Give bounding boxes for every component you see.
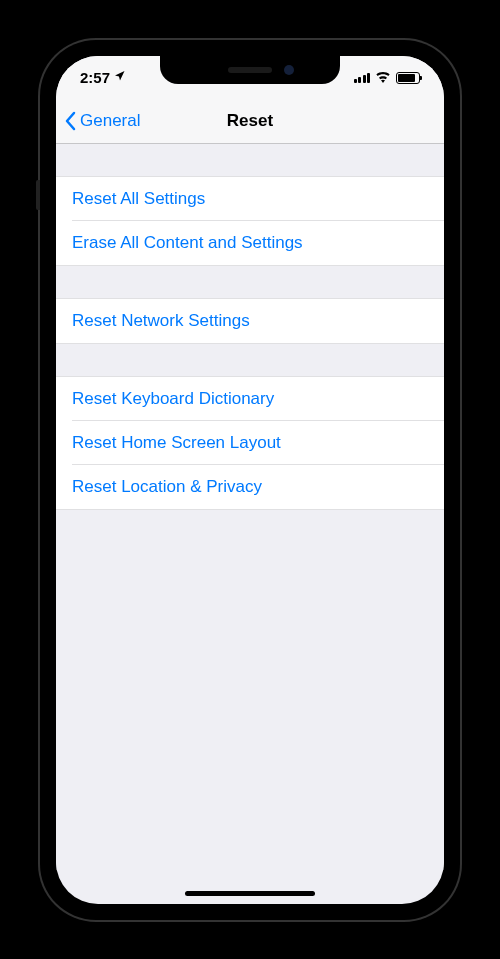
erase-all-content-button[interactable]: Erase All Content and Settings [56, 221, 444, 266]
notch [160, 56, 340, 84]
screen: 2:57 Gen [56, 56, 444, 904]
wifi-icon [375, 70, 391, 86]
status-right [354, 70, 421, 86]
chevron-left-icon [64, 111, 76, 131]
settings-group: Reset All Settings Erase All Content and… [56, 176, 444, 266]
status-left: 2:57 [80, 69, 126, 86]
cell-label: Reset Network Settings [72, 311, 250, 330]
reset-network-settings-button[interactable]: Reset Network Settings [56, 298, 444, 344]
reset-keyboard-dictionary-button[interactable]: Reset Keyboard Dictionary [56, 376, 444, 421]
content-area[interactable]: Reset All Settings Erase All Content and… [56, 144, 444, 870]
cell-label: Reset Keyboard Dictionary [72, 389, 274, 408]
cell-label: Reset Location & Privacy [72, 477, 262, 496]
reset-location-privacy-button[interactable]: Reset Location & Privacy [56, 465, 444, 510]
reset-all-settings-button[interactable]: Reset All Settings [56, 176, 444, 221]
navigation-bar: General Reset [56, 100, 444, 144]
cell-label: Erase All Content and Settings [72, 233, 303, 252]
settings-group: Reset Network Settings [56, 298, 444, 344]
speaker [228, 67, 272, 73]
cell-label: Reset Home Screen Layout [72, 433, 281, 452]
reset-home-screen-layout-button[interactable]: Reset Home Screen Layout [56, 421, 444, 465]
location-services-icon [114, 70, 126, 85]
cellular-signal-icon [354, 73, 371, 83]
front-camera [284, 65, 294, 75]
home-indicator[interactable] [185, 891, 315, 896]
battery-icon [396, 72, 420, 84]
cell-label: Reset All Settings [72, 189, 205, 208]
back-button[interactable]: General [64, 111, 140, 131]
phone-frame: 2:57 Gen [40, 40, 460, 920]
back-label: General [80, 111, 140, 131]
status-time: 2:57 [80, 69, 110, 86]
settings-group: Reset Keyboard Dictionary Reset Home Scr… [56, 376, 444, 510]
page-title: Reset [227, 111, 273, 131]
